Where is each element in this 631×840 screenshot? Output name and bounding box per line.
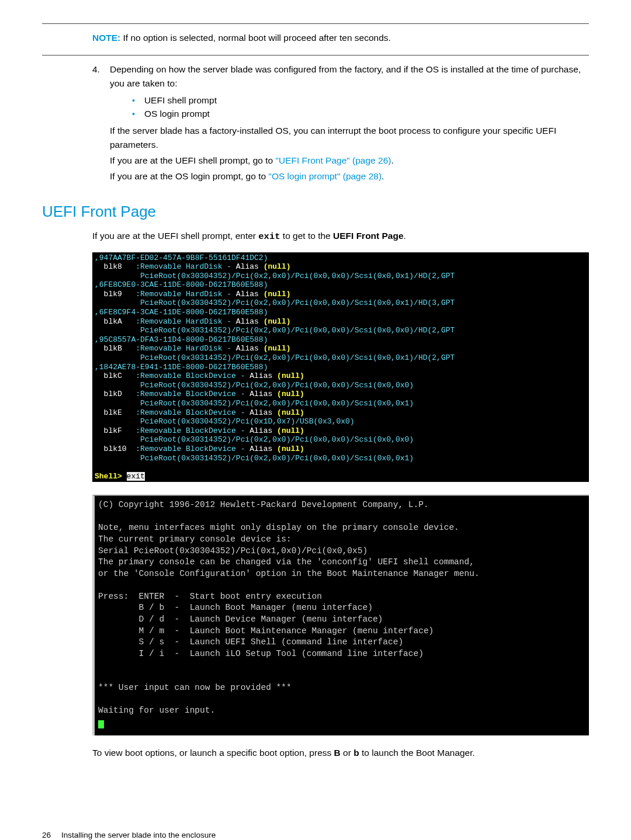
step-os-line: If you are at the OS login prompt, go to… [110,169,589,183]
uefi-front-page-terminal: (C) Copyright 1996-2012 Hewlett-Packard … [92,495,589,735]
uefi-shell-terminal: ,947AA7BF-ED02-457A-9B8F-55161DF41DC2) b… [92,252,589,483]
step-uefi-line: If you are at the UEFI shell prompt, go … [110,154,589,167]
link-os-login-prompt[interactable]: "OS login prompt" (page 28) [268,171,382,181]
cursor-icon [98,720,104,728]
step-number: 4. [92,63,110,185]
note-block: NOTE: If no option is selected, normal b… [42,31,589,44]
step-factory-note: If the server blade has a factory-instal… [110,124,589,151]
step-bullets: UEFI shell prompt OS login prompt [110,93,589,121]
note-label: NOTE: [92,33,120,43]
step-intro: Depending on how the server blade was co… [110,63,589,90]
list-item: UEFI shell prompt [132,93,589,107]
page-number: 26 [42,829,51,840]
footer-title: Installing the server blade into the enc… [61,829,216,840]
exit-command: exit [258,231,280,242]
step-4: 4. Depending on how the server blade was… [42,63,589,185]
link-uefi-front-page[interactable]: "UEFI Front Page" (page 26) [275,155,391,165]
page-footer: 26 Installing the server blade into the … [42,829,589,840]
section-heading: UEFI Front Page [42,200,589,223]
note-text: If no option is selected, normal boot wi… [123,33,391,43]
section-intro: If you are at the UEFI shell prompt, ent… [42,229,589,244]
list-item: OS login prompt [132,107,589,120]
boot-options-note: To view boot options, or launch a specif… [42,746,589,759]
